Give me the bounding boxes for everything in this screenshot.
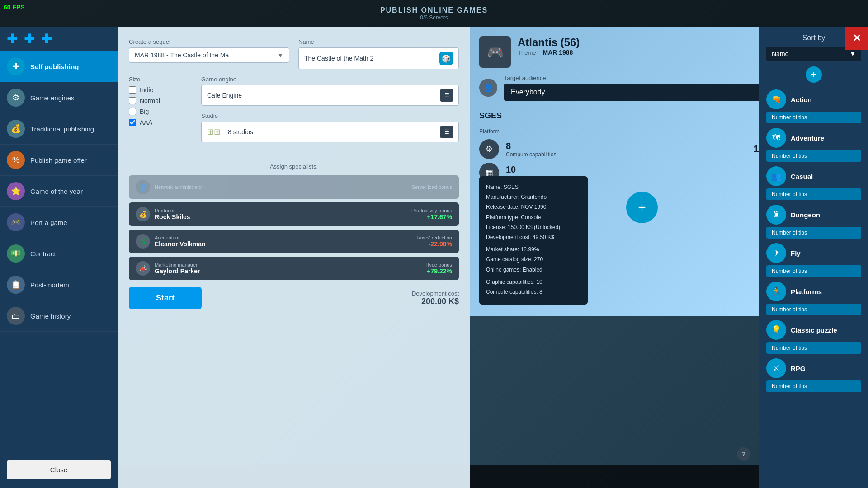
genre-casual-tips-button[interactable]: Number of tips — [766, 188, 861, 200]
close-x-button[interactable] — [845, 27, 868, 50]
marketing-icon: 📣 — [136, 261, 150, 276]
help-indicator[interactable]: ? — [737, 447, 750, 461]
sort-add-button[interactable]: + — [806, 66, 822, 83]
sidebar-plus-icon-3[interactable]: ✚ — [41, 32, 52, 47]
start-button[interactable]: Start — [129, 287, 202, 309]
port-a-game-icon: 🎮 — [7, 213, 25, 231]
size-aaa-checkbox[interactable] — [129, 119, 136, 126]
sidebar-item-self-publishing[interactable]: ✚ Self publishing — [0, 51, 118, 82]
marketing-info: Marketing manager Gaylord Parker — [155, 262, 200, 275]
name-group: Name The Castle of the Math 2 🎲 — [298, 38, 459, 69]
genre-adventure-icon: 🗺 — [766, 128, 786, 148]
specialist-left-network-admin: 👤 Network administrator — [136, 180, 203, 194]
size-normal-checkbox[interactable] — [129, 97, 136, 104]
game-title: Atlantis (56) — [518, 36, 758, 49]
engine-label: Game engine — [201, 76, 459, 83]
engine-studio-block: Game engine Cafe Engine ☰ Studio ⊞⊞ 8 st… — [201, 76, 459, 149]
genre-adventure-header: 🗺 Adventure — [766, 128, 861, 148]
genre-item-adventure: 🗺 Adventure Number of tips — [766, 128, 861, 162]
size-big-option[interactable]: Big — [129, 108, 192, 115]
sidebar-item-game-history[interactable]: 🗃 Game history — [0, 300, 118, 332]
target-audience-row: 👤 Target audience Everybody ▼ — [479, 75, 805, 101]
compute-row: ⚙ 8 Compute capabilities 13.0% ↗ — [479, 139, 805, 159]
sidebar-item-label-self-publishing: Self publishing — [30, 63, 79, 70]
marketing-bonus-value: +79.22% — [425, 267, 452, 275]
sidebar-item-contract[interactable]: 💵 Contract — [0, 238, 118, 269]
accountant-bonus-label: Taxes' reduction — [416, 235, 452, 240]
sidebar-plus-icon-1[interactable]: ✚ — [7, 32, 17, 47]
genre-fly-icon: ✈ — [766, 243, 786, 263]
tooltip-license: License: 150.00 K$ (Unlocked) — [486, 223, 581, 232]
post-mortem-icon: 📋 — [7, 276, 25, 294]
dice-icon[interactable]: 🎲 — [439, 52, 453, 65]
size-indie-option[interactable]: Indie — [129, 86, 192, 94]
engine-menu-icon[interactable]: ☰ — [440, 89, 453, 102]
sidebar-item-port-a-game[interactable]: 🎮 Port a game — [0, 207, 118, 238]
accountant-icon: 💲 — [136, 234, 150, 249]
marketing-bonus-block: Hype bonus +79.22% — [425, 262, 452, 275]
dev-cost-value: 200.00 K$ — [412, 297, 459, 306]
tooltip-name: Name: SGES — [486, 183, 581, 192]
genre-item-rpg: ⚔ RPG Number of tips — [766, 358, 861, 392]
marketing-name: Gaylord Parker — [155, 267, 200, 275]
genre-dungeon-tips-button[interactable]: Number of tips — [766, 227, 861, 239]
genre-fly-tips-button[interactable]: Number of tips — [766, 265, 861, 277]
compute-icon: ⚙ — [479, 139, 499, 159]
sequel-select[interactable]: MAR 1988 - The Castle of the Ma ▼ — [129, 47, 289, 63]
sequel-name-row: Create a sequel MAR 1988 - The Castle of… — [129, 38, 459, 69]
producer-bonus-label: Productivity bonus — [411, 208, 452, 213]
marketing-bonus-label: Hype bonus — [425, 262, 452, 267]
genre-adventure-tips-button[interactable]: Number of tips — [766, 150, 861, 162]
genre-rpg-tips-button[interactable]: Number of tips — [766, 380, 861, 392]
compute-label: Compute capabilities — [506, 151, 556, 158]
assign-label: Assign specialists. — [129, 163, 459, 170]
size-indie-checkbox[interactable] — [129, 86, 136, 94]
size-big-checkbox[interactable] — [129, 108, 136, 115]
genre-adventure-name: Adventure — [791, 134, 824, 142]
genre-dungeon-header: ♜ Dungeon — [766, 205, 861, 225]
tooltip-platform-type: Platform type: Console — [486, 213, 581, 222]
producer-role: Producer — [155, 208, 190, 213]
sidebar-plus-icon-2[interactable]: ✚ — [24, 32, 34, 47]
traditional-publishing-icon: 💰 — [7, 120, 25, 138]
add-platform-button[interactable]: + — [626, 192, 658, 223]
genre-action-name: Action — [791, 96, 812, 103]
specialist-card-marketing[interactable]: 📣 Marketing manager Gaylord Parker Hype … — [129, 257, 459, 280]
network-admin-icon: 👤 — [136, 180, 150, 194]
sidebar-item-game-engines[interactable]: ⚙ Game engines — [0, 82, 118, 113]
engine-value: Cafe Engine — [207, 92, 242, 99]
close-button[interactable]: Close — [7, 460, 111, 479]
sequel-label: Create a sequel — [129, 38, 289, 45]
game-engines-icon: ⚙ — [7, 89, 25, 107]
specialist-card-accountant[interactable]: 💲 Accountant Eleanor Volkman Taxes' redu… — [129, 230, 459, 253]
genre-item-classic-puzzle: 💡 Classic puzzle Number of tips — [766, 320, 861, 354]
genre-fly-header: ✈ Fly — [766, 243, 861, 263]
game-theme-label: Theme — [518, 49, 536, 56]
size-aaa-option[interactable]: AAA — [129, 119, 192, 126]
genre-action-tips-button[interactable]: Number of tips — [766, 112, 861, 123]
sidebar-item-game-of-the-year[interactable]: ⭐ Game of the year — [0, 176, 118, 207]
size-normal-option[interactable]: Normal — [129, 97, 192, 104]
sidebar-item-post-mortem[interactable]: 📋 Post-mortem — [0, 269, 118, 300]
sidebar-item-label-game-history: Game history — [30, 312, 71, 320]
genre-classic-puzzle-tips-button[interactable]: Number of tips — [766, 342, 861, 354]
genre-dungeon-icon: ♜ — [766, 205, 786, 225]
studio-menu-icon[interactable]: ☰ — [440, 126, 453, 138]
studio-select[interactable]: ⊞⊞ 8 studios ☰ — [201, 122, 459, 142]
producer-info: Producer Rock Skiles — [155, 208, 190, 221]
tooltip-section-2: Market share: 12.99% Game catalog size: … — [486, 245, 581, 274]
genre-item-dungeon: ♜ Dungeon Number of tips — [766, 205, 861, 239]
genre-fly-name: Fly — [791, 249, 801, 257]
sidebar-item-publish-game-offer[interactable]: % Publish game offer — [0, 145, 118, 176]
network-admin-bonus-label: Server load bonus — [412, 184, 452, 190]
producer-name: Rock Skiles — [155, 213, 190, 221]
specialist-card-producer[interactable]: 💰 Producer Rock Skiles Productivity bonu… — [129, 202, 459, 226]
name-input[interactable]: The Castle of the Math 2 🎲 — [298, 47, 459, 69]
engine-group: Game engine Cafe Engine ☰ — [201, 76, 459, 106]
engine-select[interactable]: Cafe Engine ☰ — [201, 85, 459, 106]
producer-icon: 💰 — [136, 207, 150, 221]
sidebar-item-label-publish-game-offer: Publish game offer — [30, 156, 87, 164]
sidebar-item-traditional-publishing[interactable]: 💰 Traditional publishing — [0, 113, 118, 145]
genre-platforms-tips-button[interactable]: Number of tips — [766, 304, 861, 315]
genre-casual-header: 👥 Casual — [766, 166, 861, 186]
